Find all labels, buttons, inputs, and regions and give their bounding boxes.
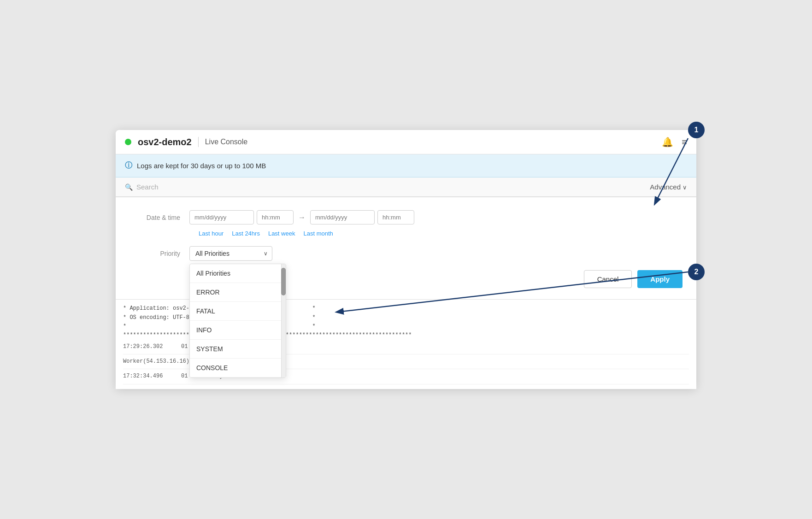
app-name: osv2-demo2 <box>138 137 192 147</box>
status-dot <box>125 139 131 145</box>
header: osv2-demo2 Live Console 🔔 ≡ <box>116 130 696 154</box>
priority-dropdown-menu: All Priorities ERROR FATAL INFO SYSTEM C… <box>189 264 286 378</box>
date-time-label: Date & time <box>129 214 189 221</box>
from-time-input[interactable] <box>257 210 294 224</box>
dropdown-scrollbar-thumb <box>281 268 286 295</box>
menu-icon[interactable]: ≡ <box>682 137 687 147</box>
from-date-input[interactable] <box>189 210 254 224</box>
advanced-button[interactable]: Advanced ∨ <box>650 183 687 191</box>
log-timestamp: 17:29:26.302 <box>123 342 174 351</box>
header-divider <box>198 137 199 147</box>
log-worker: Worker(54.153.16.16) <box>123 357 189 366</box>
quick-link-last-hour[interactable]: Last hour <box>199 230 224 237</box>
dropdown-item-console[interactable]: CONSOLE <box>190 359 286 377</box>
info-icon: ⓘ <box>125 161 132 171</box>
range-arrow: → <box>296 213 307 222</box>
header-right: 🔔 ≡ <box>662 136 687 147</box>
dropdown-scrollbar[interactable] <box>281 264 286 377</box>
dropdown-item-system[interactable]: SYSTEM <box>190 340 286 359</box>
dropdown-item-all-priorities[interactable]: All Priorities <box>190 264 286 283</box>
live-console-label: Live Console <box>205 138 248 146</box>
to-date-input[interactable] <box>310 210 375 224</box>
search-left: 🔍 Search <box>125 183 159 191</box>
apply-button[interactable]: Apply <box>637 270 683 288</box>
annotation-2: 2 <box>688 264 705 280</box>
priority-label: Priority <box>129 246 189 257</box>
quick-links: Last hour Last 24hrs Last week Last mont… <box>199 230 683 237</box>
cancel-button[interactable]: Cancel <box>584 270 632 288</box>
to-time-input[interactable] <box>377 210 414 224</box>
info-banner-text: Logs are kept for 30 days or up to 100 M… <box>137 162 266 170</box>
annotation-1: 1 <box>688 122 705 138</box>
search-bar: 🔍 Search Advanced ∨ <box>116 177 696 197</box>
date-time-row: Date & time → <box>129 210 683 224</box>
priority-select-wrapper: All Priorities ERROR FATAL INFO SYSTEM C… <box>189 246 272 261</box>
dropdown-item-fatal[interactable]: FATAL <box>190 302 286 321</box>
info-banner: ⓘ Logs are kept for 30 days or up to 100… <box>116 154 696 177</box>
search-placeholder[interactable]: Search <box>136 183 159 191</box>
chevron-down-icon: ∨ <box>683 184 687 191</box>
main-content: Date & time → Last hour Last 24hrs Last … <box>116 197 696 389</box>
quick-link-last-week[interactable]: Last week <box>268 230 295 237</box>
dropdown-item-info[interactable]: INFO <box>190 321 286 340</box>
search-icon: 🔍 <box>125 183 133 191</box>
log-timestamp-2: 17:32:34.496 <box>123 372 174 381</box>
quick-link-last-24hrs[interactable]: Last 24hrs <box>232 230 260 237</box>
priority-row: Priority All Priorities ERROR FATAL INFO… <box>129 246 683 261</box>
bell-icon[interactable]: 🔔 <box>662 136 673 147</box>
advanced-panel: Date & time → Last hour Last 24hrs Last … <box>116 197 696 300</box>
quick-link-last-month[interactable]: Last month <box>303 230 333 237</box>
date-time-inputs: → <box>189 210 414 224</box>
advanced-label: Advanced <box>650 183 681 191</box>
header-left: osv2-demo2 Live Console <box>125 137 247 147</box>
dropdown-item-error[interactable]: ERROR <box>190 283 286 302</box>
priority-dropdown[interactable]: All Priorities ERROR FATAL INFO SYSTEM C… <box>189 246 272 261</box>
